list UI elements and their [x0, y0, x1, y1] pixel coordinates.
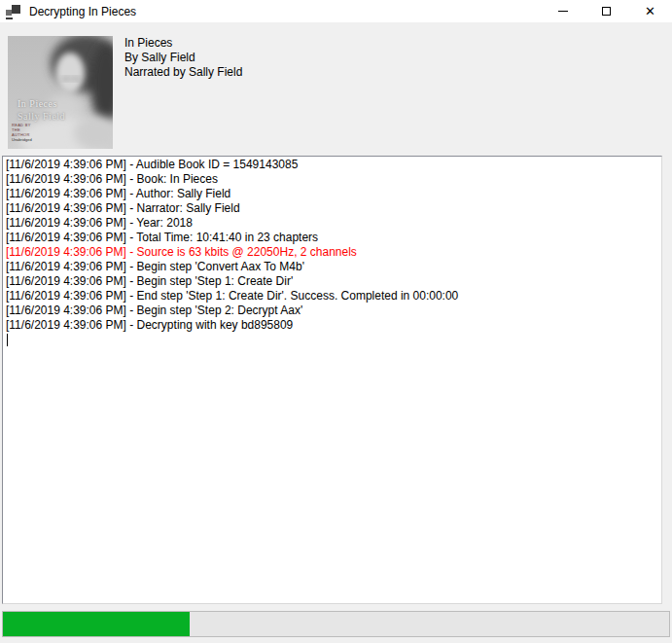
text-caret	[7, 334, 8, 346]
log-textbox[interactable]: [11/6/2019 4:39:06 PM] - Audible Book ID…	[2, 156, 662, 604]
cover-readby-text: READ BY THE AUTHOR	[12, 123, 35, 137]
book-author-line: By Sally Field	[124, 51, 242, 65]
app-icon-square-small	[6, 10, 12, 16]
app-icon	[6, 4, 21, 19]
log-line: [11/6/2019 4:39:06 PM] - End step 'Step …	[6, 289, 658, 304]
book-title: In Pieces	[124, 36, 242, 51]
close-icon: ✕	[645, 5, 655, 18]
cover-edition-text: Unabridged	[12, 137, 32, 142]
book-info: In Pieces By Sally Field Narrated by Sal…	[124, 36, 242, 80]
caret-line	[6, 333, 658, 347]
minimize-icon	[558, 11, 568, 12]
book-narrator-line: Narrated by Sally Field	[124, 65, 242, 80]
log-line: [11/6/2019 4:39:06 PM] - Begin step 'Ste…	[6, 274, 658, 289]
log-line: [11/6/2019 4:39:06 PM] - Narrator: Sally…	[6, 201, 658, 216]
log-line: [11/6/2019 4:39:06 PM] - Decrypting with…	[6, 318, 658, 333]
progress-fill	[3, 612, 190, 636]
app-icon-bar	[6, 18, 13, 19]
maximize-button[interactable]	[584, 0, 628, 22]
cover-title-text: In Pieces	[18, 98, 57, 109]
cover-author-text: Sally Field	[18, 111, 65, 122]
log-line: [11/6/2019 4:39:06 PM] - Author: Sally F…	[6, 187, 658, 201]
log-line: [11/6/2019 4:39:06 PM] - Begin step 'Con…	[6, 260, 658, 274]
log-line: [11/6/2019 4:39:06 PM] - Begin step 'Ste…	[6, 304, 658, 318]
log-line: [11/6/2019 4:39:06 PM] - Source is 63 kb…	[6, 245, 658, 260]
app-icon-square-large	[12, 5, 20, 14]
app-window: Decrypting In Pieces ✕	[0, 0, 672, 643]
log-line: [11/6/2019 4:39:06 PM] - Total Time: 10:…	[6, 231, 658, 245]
window-title: Decrypting In Pieces	[29, 5, 136, 18]
book-cover-image: In Pieces Sally Field READ BY THE AUTHOR…	[8, 36, 113, 149]
minimize-button[interactable]	[541, 0, 584, 22]
maximize-icon	[602, 7, 611, 16]
progress-bar	[2, 611, 670, 637]
log-line: [11/6/2019 4:39:06 PM] - Book: In Pieces	[6, 172, 658, 187]
log-line: [11/6/2019 4:39:06 PM] - Audible Book ID…	[6, 158, 658, 172]
title-bar[interactable]: Decrypting In Pieces ✕	[0, 0, 672, 22]
close-button[interactable]: ✕	[628, 0, 672, 22]
log-line: [11/6/2019 4:39:06 PM] - Year: 2018	[6, 216, 658, 231]
